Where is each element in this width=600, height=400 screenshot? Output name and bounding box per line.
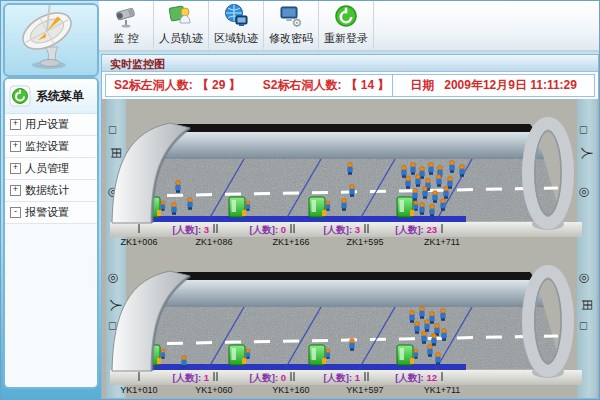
expand-icon[interactable]: + (10, 163, 21, 174)
right-tunnel-diagram: YK1+010YK1+060YK1+160YK1+597YK1+711[人数]:… (110, 259, 582, 398)
expand-icon[interactable]: + (10, 119, 21, 130)
person-marker (181, 356, 186, 368)
station-label: ZK1+166 (273, 237, 310, 247)
sidebar-item-user-settings[interactable]: + 用户设置 (5, 114, 97, 136)
change-password-button[interactable]: ⚙ 修改密码 (264, 1, 319, 49)
person-marker (459, 165, 464, 177)
sidebar-item-label: 报警设置 (25, 205, 69, 220)
person-marker (405, 177, 410, 189)
tunnel-roof-edge (166, 272, 536, 280)
person-marker (415, 175, 420, 187)
sidebar-item-label: 用户设置 (25, 117, 69, 132)
person-marker (161, 349, 165, 359)
person-marker (440, 199, 445, 211)
person-marker (432, 191, 437, 203)
right-tunnel-count-label: S2标右洞人数: (263, 77, 342, 94)
person-marker (440, 309, 445, 321)
station-label: YK1+010 (120, 385, 157, 395)
person-marker (427, 345, 432, 357)
section-count-label: [人数]: 23 (395, 224, 437, 235)
sidebar-item-label: 数据统计 (25, 183, 69, 198)
datetime-value: 2009年12月9日 11:11:29 (444, 78, 577, 92)
person-marker (421, 332, 426, 344)
person-marker (161, 201, 165, 211)
sidebar-item-alarm-settings[interactable]: - 报警设置 (5, 202, 97, 224)
expand-icon[interactable]: + (10, 185, 21, 196)
section-count-label: [人数]: 12 (395, 372, 437, 383)
section-count-label: [人数]: 3 (173, 224, 209, 235)
expand-icon[interactable]: + (10, 141, 21, 152)
person-marker (429, 205, 434, 217)
person-marker (449, 161, 454, 173)
person-track-button[interactable]: 人员轨迹 (154, 1, 209, 49)
person-marker (246, 201, 250, 211)
station-label: YK1+711 (424, 385, 461, 395)
menu-header: 系统菜单 (5, 79, 97, 114)
person-marker (428, 163, 433, 175)
sidebar-item-monitor-settings[interactable]: + 监控设置 (5, 136, 97, 158)
tunnel-wall (160, 132, 544, 159)
svg-text:⚙: ⚙ (291, 16, 302, 30)
change-password-button-label: 修改密码 (269, 31, 313, 46)
person-marker (187, 198, 192, 210)
person-track-icon (168, 3, 195, 30)
person-marker (431, 334, 436, 346)
section-count-label: [人数]: 1 (173, 372, 210, 383)
section-count-label: [人数]: 0 (250, 372, 286, 383)
person-marker (435, 353, 440, 365)
person-marker (326, 201, 330, 211)
person-marker (401, 166, 406, 178)
sidebar-item-personnel-management[interactable]: + 人员管理 (5, 158, 97, 180)
person-marker (326, 349, 330, 359)
reader-box (397, 345, 414, 365)
region-track-button[interactable]: 区域轨迹 (209, 1, 264, 49)
relogin-button[interactable]: 重新登录 (319, 1, 374, 49)
section-count-label: [人数]: 1 (324, 372, 361, 383)
datetime-display: 日期 2009年12月9日 11:11:29 (393, 77, 594, 94)
left-tunnel-diagram: ZK1+006ZK1+086ZK1+166ZK1+595ZK1+711[人数]:… (110, 111, 582, 251)
station-label: YK1+060 (195, 385, 232, 395)
monitor-canvas: □ 田 ◎ ◎ 人 □ □ 人 ◎ ◎ 田 □ (102, 99, 598, 398)
status-bar-inner: S2标左洞人数: 【 29 】 S2标右洞人数: 【 14 】 日期 2009年… (105, 74, 595, 97)
person-marker (414, 322, 419, 334)
main-panel: 实时监控图 S2标左洞人数: 【 29 】 S2标右洞人数: 【 14 】 日期… (101, 54, 599, 399)
system-menu-icon (9, 85, 31, 107)
person-marker (171, 203, 176, 215)
relogin-icon (333, 3, 360, 30)
person-marker (175, 181, 180, 193)
date-prefix: 日期 (410, 78, 434, 92)
sidebar-item-data-statistics[interactable]: + 数据统计 (5, 180, 97, 202)
person-marker (349, 185, 354, 197)
sidebar-item-label: 人员管理 (25, 161, 69, 176)
monitor-button[interactable]: 监 控 (99, 1, 154, 49)
tunnel-monitoring-window: 系统菜单 + 用户设置 + 监控设置 + 人员管理 + 数据统计 - 报警设置 (0, 0, 600, 400)
person-marker (422, 187, 427, 199)
logo-panel (3, 3, 99, 77)
relogin-button-label: 重新登录 (324, 31, 368, 46)
tunnel-roof-edge (166, 124, 536, 132)
tab-realtime-monitor[interactable]: 实时监控图 (102, 55, 598, 72)
left-tunnel-count-value: 【 29 】 (197, 77, 241, 94)
status-bar: S2标左洞人数: 【 29 】 S2标右洞人数: 【 14 】 日期 2009年… (102, 72, 598, 99)
station-label: YK1+160 (272, 385, 309, 395)
person-marker (436, 175, 441, 187)
station-label: ZK1+711 (424, 237, 460, 247)
camera-icon (113, 3, 140, 30)
menu-title: 系统菜单 (36, 88, 84, 105)
expand-icon[interactable]: - (10, 207, 21, 218)
region-track-button-label: 区域轨迹 (214, 31, 258, 46)
person-marker (443, 187, 448, 199)
right-tunnel-count-value: 【 14 】 (345, 77, 389, 94)
reader-box (309, 197, 326, 217)
person-marker (412, 189, 417, 201)
tab-label: 实时监控图 (110, 58, 165, 70)
person-marker (441, 329, 446, 341)
region-track-icon (223, 3, 250, 30)
person-marker (347, 163, 352, 175)
person-marker (341, 199, 346, 211)
person-marker (349, 339, 354, 351)
reader-box (229, 197, 246, 217)
satellite-dish-icon (5, 5, 93, 71)
tunnel-counts: S2标左洞人数: 【 29 】 S2标右洞人数: 【 14 】 (106, 77, 392, 94)
person-track-button-label: 人员轨迹 (159, 31, 203, 46)
